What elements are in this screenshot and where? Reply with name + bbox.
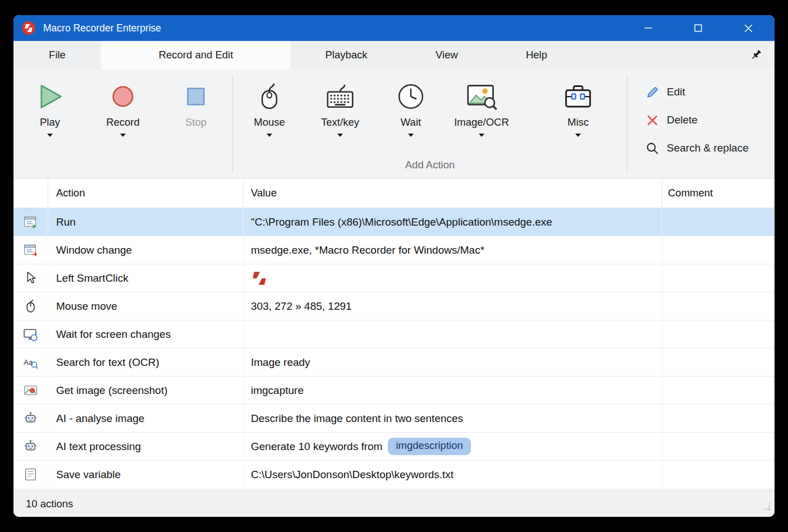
screen-wait-icon [23,327,38,342]
chevron-down-icon [267,134,272,137]
clock-icon [396,79,426,114]
action-label: Search for text (OCR) [48,348,244,376]
close-icon [744,24,753,33]
value-cell: Image ready [244,348,662,376]
value-text: imgcapture [251,384,304,397]
text-key-button[interactable]: Text/key [305,69,375,159]
misc-button[interactable]: Misc [543,69,613,159]
toolbox-icon [563,79,593,114]
table-row[interactable]: Window change msedge.exe, *Macro Recorde… [13,236,775,264]
variable-badge: imgdescription [388,438,470,455]
keyboard-icon [324,79,356,114]
ocr-text-icon: Aa [23,355,38,370]
value-text: Describe the image content in two senten… [251,412,463,425]
run-icon [23,214,38,230]
value-cell: C:\Users\JonDonson\Desktop\keywords.txt [244,461,662,488]
play-button[interactable]: Play [15,69,85,159]
resize-grip[interactable] [763,501,771,513]
maximize-button[interactable] [690,20,707,36]
macro-action-table: Action Value Comment Run "C:\Program Fil… [13,178,775,490]
table-row[interactable]: Aa Search for text (OCR) Image ready [13,348,775,377]
minimize-button[interactable] [640,20,657,36]
action-label: Run [48,208,244,236]
comment-cell [662,208,775,236]
chevron-down-icon [47,134,53,137]
chevron-down-icon [120,134,126,137]
table-row[interactable]: Run "C:\Program Files (x86)\Microsoft\Ed… [13,208,775,236]
title-bar[interactable]: Macro Recorder Enterprise [13,15,775,41]
ribbon-toolbar: Play Record Stop [13,69,775,178]
desktop-background: Macro Recorder Enterprise File Record an… [0,0,788,532]
column-header-comment: Comment [662,178,775,208]
comment-cell [662,405,775,432]
record-icon [109,79,137,114]
mouse-icon [254,79,285,114]
value-cell: msedge.exe, *Macro Recorder for Windows/… [244,236,662,264]
record-button[interactable]: Record [88,69,158,159]
table-row[interactable]: Left SmartClick [13,264,775,292]
tab-playback[interactable]: Playback [291,41,402,69]
tab-view[interactable]: View [402,41,492,69]
stop-icon [183,79,209,114]
action-label: Window change [48,236,244,264]
mouse-move-icon [23,299,38,314]
action-label: AI text processing [48,433,244,460]
ai-robot-icon [23,439,38,454]
action-label: Left SmartClick [48,264,244,292]
table-row[interactable]: Mouse move 303, 272 » 485, 1291 [13,292,775,320]
chevron-down-icon [337,134,343,137]
stop-button[interactable]: Stop [161,69,231,159]
edit-button[interactable]: Edit [645,78,775,106]
add-action-caption: Add Action [233,159,627,178]
table-row[interactable]: AI - analyse image Describe the image co… [13,405,775,433]
table-row[interactable]: Get image (screenshot) imgcapture [13,377,775,405]
minimize-icon [644,24,652,32]
smartclick-cursor-icon [23,270,38,286]
image-ocr-button[interactable]: Image/OCR [446,69,517,159]
app-logo-icon [21,21,36,35]
play-icon [35,79,65,114]
value-cell [244,264,662,292]
column-header-action: Action [48,178,244,208]
table-row[interactable]: Save variable C:\Users\JonDonson\Desktop… [13,461,775,489]
tab-record-and-edit[interactable]: Record and Edit [101,41,291,69]
tab-help[interactable]: Help [492,41,581,69]
mouse-button[interactable]: Mouse [234,69,305,159]
chevron-down-icon [479,134,484,137]
chevron-down-icon [575,134,581,137]
column-header-value: Value [244,178,662,208]
comment-cell [662,433,775,460]
add-action-group: Mouse Text/key Wait [233,69,627,178]
app-window: Macro Recorder Enterprise File Record an… [13,15,775,517]
comment-cell [662,292,775,320]
comment-cell [662,264,775,292]
pin-icon [750,49,762,61]
action-label: Wait for screen changes [48,320,244,348]
ai-robot-icon [23,411,38,426]
delete-button[interactable]: Delete [645,106,775,134]
image-magnifier-icon [465,79,498,114]
comment-cell [662,461,775,488]
chevron-down-icon [408,134,414,137]
comment-cell [662,348,775,376]
window-title: Macro Recorder Enterprise [43,22,161,34]
edit-group: Edit Delete Search & replace [627,69,775,178]
value-text: 303, 272 » 485, 1291 [251,300,352,313]
search-icon [645,141,659,155]
value-text: "C:\Program Files (x86)\Microsoft\Edge\A… [251,216,552,228]
table-row[interactable]: AI text processing Generate 10 keywords … [13,433,775,461]
action-label: Save variable [48,461,244,488]
status-bar: 10 actions [13,490,775,517]
comment-cell [662,377,775,404]
pin-button[interactable] [750,49,762,61]
save-file-icon [23,467,38,482]
search-replace-button[interactable]: Search & replace [645,134,775,162]
table-row[interactable]: Wait for screen changes [13,320,775,348]
value-cell [244,320,662,348]
tab-file[interactable]: File [13,41,101,69]
screenshot-icon [23,383,38,398]
window-change-icon [23,242,38,258]
close-button[interactable] [740,20,757,36]
wait-button[interactable]: Wait [375,69,446,159]
menu-bar: File Record and Edit Playback View Help [13,41,775,69]
